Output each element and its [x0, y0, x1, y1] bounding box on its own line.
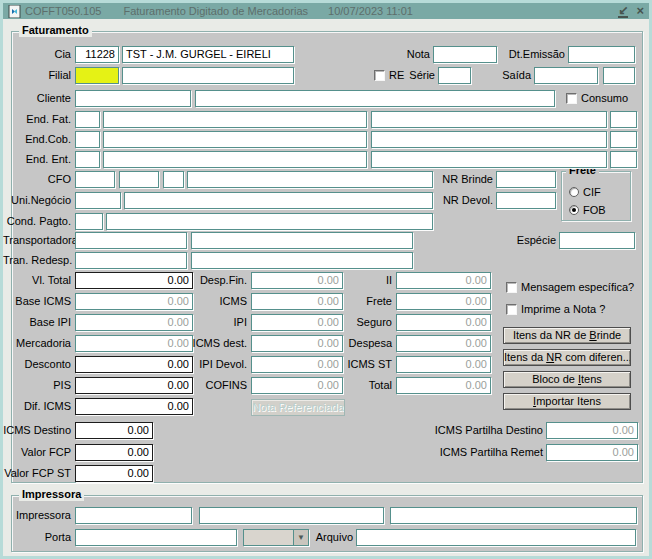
icms-dest-label: ICMS dest. — [177, 335, 247, 352]
frete-cif-label: CIF — [583, 184, 613, 201]
consumo-checkbox[interactable] — [566, 93, 577, 104]
cliente-name-field[interactable] — [195, 90, 555, 107]
end-cob-code-field[interactable] — [75, 131, 100, 148]
ipi-label: IPI — [177, 314, 247, 331]
valor-fcp-field[interactable]: 0.00 — [75, 444, 153, 461]
uni-negocio-code-field[interactable] — [75, 192, 121, 209]
end-ent-field-1[interactable] — [103, 151, 367, 168]
imprime-nota-checkbox[interactable] — [506, 304, 517, 315]
pis-field[interactable]: 0.00 — [75, 377, 193, 394]
cliente-code-field[interactable] — [75, 90, 191, 107]
nr-brinde-field[interactable] — [496, 171, 556, 188]
cia-name-field[interactable]: TST - J.M. GURGEL - EIRELI — [122, 46, 294, 63]
impressora-code-field[interactable] — [75, 507, 192, 524]
serie-field[interactable] — [438, 67, 471, 84]
impressora-desc-field[interactable] — [199, 507, 384, 524]
mensagem-especifica-label: Mensagem específica? — [521, 279, 641, 296]
mercadoria-field: 0.00 — [75, 335, 193, 352]
window-program-id: COFFT050.105 — [25, 5, 101, 17]
end-cob-field-3[interactable] — [610, 131, 637, 148]
arquivo-field[interactable] — [356, 529, 636, 546]
end-cob-field-2[interactable] — [371, 131, 607, 148]
base-ipi-field: 0.00 — [75, 314, 193, 331]
porta-combo[interactable]: ▼ — [243, 529, 309, 546]
end-ent-label: End. Ent. — [11, 151, 71, 168]
transportadora-desc-field[interactable] — [191, 232, 413, 249]
dif-icms-field[interactable]: 0.00 — [75, 398, 193, 415]
cfo-desc-field[interactable] — [187, 171, 433, 188]
icms-st-field: 0.00 — [396, 356, 491, 373]
especie-field[interactable] — [559, 232, 635, 249]
filial-name-field[interactable] — [122, 67, 294, 84]
seguro-label: Seguro — [322, 314, 392, 331]
end-fat-field-2[interactable] — [371, 111, 607, 128]
end-ent-field-2[interactable] — [371, 151, 607, 168]
cia-code-field[interactable]: 11228 — [75, 46, 119, 63]
cfo-field-3[interactable] — [163, 171, 184, 188]
tran-redesp-desc-field[interactable] — [191, 252, 413, 269]
total-field: 0.00 — [396, 377, 491, 394]
saida-label: Saída — [491, 67, 531, 84]
bloco-itens-button[interactable]: Bloco de Itens — [503, 371, 631, 388]
nr-brinde-label: NR Brinde — [423, 171, 493, 188]
window-datetime: 10/07/2023 11:01 — [328, 5, 413, 17]
cia-label: Cia — [31, 46, 71, 63]
icms-destino-label: ICMS Destino — [3, 422, 71, 439]
frete-cif-radio[interactable] — [569, 187, 579, 197]
minimize-icon[interactable]: ↙ — [618, 4, 628, 18]
frete-fob-label: FOB — [583, 202, 613, 219]
cfo-label: CFO — [21, 171, 71, 188]
end-cob-label: End.Cob. — [11, 131, 71, 148]
cond-pagto-label: Cond. Pagto. — [3, 213, 71, 230]
chevron-down-icon[interactable]: ▼ — [293, 530, 308, 545]
end-ent-code-field[interactable] — [75, 151, 100, 168]
importar-itens-button[interactable]: Importar Itens — [503, 393, 631, 410]
faturamento-group-label: Faturamento — [19, 24, 92, 37]
end-fat-code-field[interactable] — [75, 111, 100, 128]
close-icon[interactable]: × — [636, 5, 644, 17]
porta-field[interactable] — [75, 529, 237, 546]
end-fat-label: End. Fat. — [11, 111, 71, 128]
icms-partilha-destino-field: 0.00 — [546, 422, 638, 439]
ii-label: II — [322, 272, 392, 289]
end-cob-field-1[interactable] — [103, 131, 367, 148]
tran-redesp-code-field[interactable] — [75, 252, 187, 269]
valor-fcp-st-field[interactable]: 0.00 — [75, 465, 153, 482]
ipi-devol-label: IPI Devol. — [177, 356, 247, 373]
cond-pagto-desc-field[interactable] — [106, 213, 433, 230]
mensagem-especifica-checkbox[interactable] — [506, 282, 517, 293]
despesa-field: 0.00 — [396, 335, 491, 352]
re-checkbox[interactable] — [374, 70, 385, 81]
impressora-extra-field[interactable] — [390, 507, 637, 524]
end-fat-field-1[interactable] — [103, 111, 367, 128]
impressora-group-label: Impressora — [19, 488, 84, 501]
transportadora-code-field[interactable] — [75, 232, 187, 249]
desconto-field[interactable]: 0.00 — [75, 356, 193, 373]
despesa-label: Despesa — [322, 335, 392, 352]
cfo-field-2[interactable] — [119, 171, 159, 188]
cond-pagto-code-field[interactable] — [75, 213, 103, 230]
window-titlebar: COFFT050.105 Faturamento Digitado de Mer… — [3, 3, 649, 19]
desp-fin-label: Desp.Fin. — [177, 272, 247, 289]
itens-nr-brinde-button[interactable]: Itens da NR de Brinde — [503, 327, 631, 344]
porta-label: Porta — [13, 529, 71, 546]
saida-field-1[interactable] — [534, 67, 598, 84]
filial-code-field[interactable] — [75, 67, 119, 84]
nr-devol-field[interactable] — [496, 192, 556, 209]
itens-nr-diferen-button[interactable]: Itens da NR com diferen... — [503, 349, 631, 366]
nota-field[interactable] — [433, 46, 497, 63]
end-fat-field-3[interactable] — [610, 111, 637, 128]
imprime-nota-label: Imprime a Nota ? — [521, 301, 641, 318]
cfo-field-1[interactable] — [75, 171, 115, 188]
pis-label: PIS — [3, 377, 71, 394]
saida-field-2[interactable] — [603, 67, 635, 84]
end-ent-field-3[interactable] — [610, 151, 637, 168]
frete-valor-field: 0.00 — [396, 293, 491, 310]
dt-emissao-field[interactable] — [568, 46, 635, 63]
vl-total-field[interactable]: 0.00 — [75, 272, 193, 289]
uni-negocio-desc-field[interactable] — [124, 192, 433, 209]
icms-destino-field[interactable]: 0.00 — [75, 422, 153, 439]
cliente-label: Cliente — [21, 90, 71, 107]
frete-fob-radio[interactable] — [569, 205, 579, 215]
tran-redesp-label: Tran. Redesp. — [3, 252, 71, 269]
